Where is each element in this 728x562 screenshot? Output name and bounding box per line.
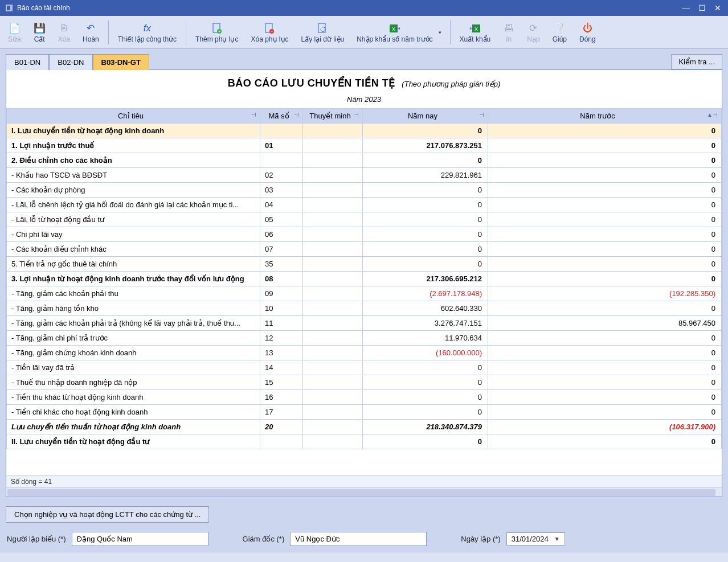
remove-appendix-button[interactable]: −Xóa phụ lục [245, 20, 294, 44]
cell-thuyetminh[interactable] [303, 434, 363, 449]
cell-maso[interactable] [260, 153, 303, 168]
table-row[interactable]: 2. Điều chỉnh cho các khoản00 [7, 153, 722, 168]
check-button[interactable]: Kiểm tra ... [671, 54, 722, 69]
cell-maso[interactable]: 10 [260, 301, 303, 316]
cell-namtruoc[interactable]: 0 [488, 138, 722, 153]
cell-maso[interactable]: 13 [260, 346, 303, 360]
table-row[interactable]: - Tiền lãi vay đã trả1400 [7, 360, 722, 375]
cell-maso[interactable]: 08 [260, 272, 303, 286]
cell-namnay[interactable]: 217.306.695.212 [363, 272, 488, 286]
cell-maso[interactable] [260, 434, 303, 449]
cell-thuyetminh[interactable] [303, 183, 363, 198]
scroll-up-icon[interactable]: ▲ [707, 112, 713, 118]
cell-maso[interactable]: 11 [260, 316, 303, 331]
cell-namtruoc[interactable]: 0 [488, 212, 722, 227]
select-operations-button[interactable]: Chọn nghiệp vụ và hoạt động LCTT cho các… [6, 506, 209, 523]
cell-maso[interactable]: 03 [260, 183, 303, 198]
pin-icon[interactable]: ⊣ [354, 112, 359, 118]
cell-namnay[interactable]: 0 [363, 405, 488, 420]
cell-thuyetminh[interactable] [303, 272, 363, 286]
cell-namtruoc[interactable]: 0 [488, 183, 722, 198]
cell-maso[interactable]: 05 [260, 212, 303, 227]
table-row[interactable]: Lưu chuyển tiền thuần từ hoạt động kinh … [7, 420, 722, 434]
col-chitieu[interactable]: Chỉ tiêu⊣ [7, 109, 260, 124]
cell-namtruoc[interactable]: 0 [488, 257, 722, 272]
cell-namtruoc[interactable]: 0 [488, 331, 722, 346]
cell-namnay[interactable]: 0 [363, 242, 488, 257]
cell-namnay[interactable]: 0 [363, 257, 488, 272]
cell-maso[interactable]: 17 [260, 405, 303, 420]
cell-thuyetminh[interactable] [303, 375, 363, 390]
horizontal-scrollbar[interactable] [6, 487, 722, 497]
cell-namnay[interactable]: 217.076.873.251 [363, 138, 488, 153]
pin-icon[interactable]: ⊣ [294, 112, 299, 118]
cell-maso[interactable] [260, 124, 303, 138]
table-row[interactable]: - Các khoản dự phòng0300 [7, 183, 722, 198]
cell-thuyetminh[interactable] [303, 346, 363, 360]
table-row[interactable]: - Chi phí lãi vay0600 [7, 227, 722, 242]
chevron-down-icon[interactable]: ▼ [554, 536, 560, 542]
table-row[interactable]: 3. Lợi nhuận từ hoạt động kinh doanh trư… [7, 272, 722, 286]
reload-data-button[interactable]: Lấy lại dữ liệu [296, 20, 350, 44]
cell-thuyetminh[interactable] [303, 198, 363, 212]
cell-thuyetminh[interactable] [303, 153, 363, 168]
cell-maso[interactable]: 16 [260, 390, 303, 405]
cell-thuyetminh[interactable] [303, 242, 363, 257]
table-row[interactable]: - Khấu hao TSCĐ và BĐSĐT02229.821.9610 [7, 168, 722, 183]
cell-maso[interactable]: 14 [260, 360, 303, 375]
table-row[interactable]: - Tăng, giảm các khoản phải trả (không k… [7, 316, 722, 331]
table-row[interactable]: - Tăng, giảm chi phí trả trước1211.970.6… [7, 331, 722, 346]
cell-thuyetminh[interactable] [303, 227, 363, 242]
table-row[interactable]: - Tiền chi khác cho hoạt động kinh doanh… [7, 405, 722, 420]
pin-icon[interactable]: ⊣ [479, 112, 484, 118]
cell-namtruoc[interactable]: 0 [488, 375, 722, 390]
cell-namnay[interactable]: 0 [363, 434, 488, 449]
cell-thuyetminh[interactable] [303, 138, 363, 153]
cell-namnay[interactable]: 0 [363, 153, 488, 168]
cell-maso[interactable]: 04 [260, 198, 303, 212]
cell-namtruoc[interactable]: 0 [488, 168, 722, 183]
close-button[interactable]: ✕ [712, 3, 723, 13]
cell-namnay[interactable]: 218.340.874.379 [363, 420, 488, 434]
cell-thuyetminh[interactable] [303, 301, 363, 316]
minimize-button[interactable]: — [680, 3, 692, 13]
import-dropdown[interactable]: ▾ [439, 30, 447, 35]
director-input[interactable] [290, 532, 427, 546]
cell-maso[interactable]: 15 [260, 375, 303, 390]
col-namtruoc[interactable]: Năm trước⊣▲ [488, 109, 722, 124]
cell-namnay[interactable]: 0 [363, 198, 488, 212]
cell-maso[interactable]: 12 [260, 331, 303, 346]
cell-namtruoc[interactable]: 0 [488, 124, 722, 138]
cell-namtruoc[interactable]: 0 [488, 272, 722, 286]
table-row[interactable]: 1. Lợi nhuận trước thuế01217.076.873.251… [7, 138, 722, 153]
cell-namtruoc[interactable]: 0 [488, 434, 722, 449]
cell-namnay[interactable]: 0 [363, 124, 488, 138]
col-maso[interactable]: Mã số⊣ [260, 109, 303, 124]
cell-namnay[interactable]: 0 [363, 183, 488, 198]
cell-namnay[interactable]: 229.821.961 [363, 168, 488, 183]
cell-namtruoc[interactable]: 0 [488, 390, 722, 405]
table-row[interactable]: - Thuế thu nhập doanh nghiệp đã nộp1500 [7, 375, 722, 390]
cell-namtruoc[interactable]: (192.285.350) [488, 286, 722, 301]
cell-namtruoc[interactable]: 85.967.450 [488, 316, 722, 331]
cell-namtruoc[interactable]: (106.317.900) [488, 420, 722, 434]
cell-namnay[interactable]: 0 [363, 390, 488, 405]
cell-thuyetminh[interactable] [303, 405, 363, 420]
cell-thuyetminh[interactable] [303, 257, 363, 272]
cell-namtruoc[interactable]: 0 [488, 405, 722, 420]
cell-thuyetminh[interactable] [303, 420, 363, 434]
tab-b02[interactable]: B02-DN [49, 54, 92, 70]
cell-maso[interactable]: 06 [260, 227, 303, 242]
preparer-input[interactable] [72, 532, 208, 546]
cell-thuyetminh[interactable] [303, 286, 363, 301]
undo-button[interactable]: ↶Hoàn [77, 20, 105, 44]
cell-namnay[interactable]: 0 [363, 227, 488, 242]
import-prev-year-button[interactable]: XNhập khẩu số năm trước [351, 20, 438, 44]
table-row[interactable]: 5. Tiền trả nợ gốc thuê tài chính3500 [7, 257, 722, 272]
pin-icon[interactable]: ⊣ [713, 112, 718, 118]
help-button[interactable]: ❔Giúp [547, 20, 572, 44]
cell-namtruoc[interactable]: 0 [488, 198, 722, 212]
exit-button[interactable]: ⏻Đóng [574, 20, 602, 44]
table-row[interactable]: - Lãi, lỗ từ hoạt động đầu tư0500 [7, 212, 722, 227]
tab-b03-gt[interactable]: B03-DN-GT [93, 54, 149, 70]
